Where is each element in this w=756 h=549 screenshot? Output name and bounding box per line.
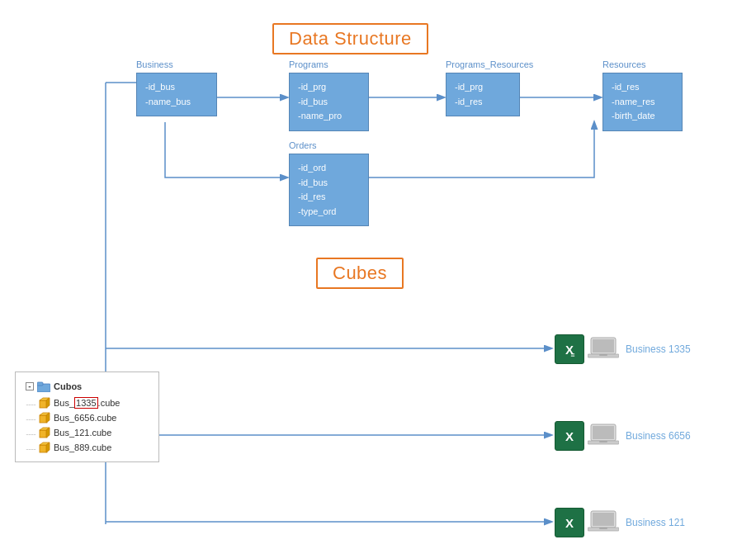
laptop-icon-3 (588, 509, 619, 536)
programs-resources-table: -id_prg -id_res (446, 73, 520, 116)
res-field-1: -id_res (612, 80, 673, 95)
file-tree-root[interactable]: - Cubos (26, 379, 149, 394)
business-table-label: Business (136, 59, 173, 71)
cube-icon-3 (39, 427, 50, 438)
cube-icon-2 (39, 412, 50, 424)
output-row-2: X Business 6656 (555, 421, 691, 451)
data-structure-title: Data Structure (272, 23, 428, 54)
output-row-3: X Business 121 (555, 508, 685, 537)
svg-rect-32 (593, 513, 614, 526)
expand-icon[interactable]: - (26, 382, 34, 390)
bus-label-1: Business 1335 (626, 343, 691, 355)
resources-table-label: Resources (602, 59, 646, 71)
tree-item-2-name: Bus_6656.cube (54, 413, 116, 423)
bus-label-3: Business 121 (626, 517, 685, 528)
res-field-3: -birth_date (612, 109, 673, 124)
ord-field-2: -id_bus (298, 176, 360, 191)
highlight-1335: 1335 (74, 397, 97, 409)
resources-table: -id_res -name_res -birth_date (602, 73, 683, 131)
svg-rect-26 (599, 354, 607, 356)
business-field-2: -name_bus (145, 95, 208, 110)
ord-field-3: -id_res (298, 190, 360, 205)
excel-icon-2: X (555, 421, 584, 451)
bus-label-2: Business 6656 (626, 430, 691, 442)
programs-field-1: -id_prg (298, 80, 360, 95)
pr-field-1: -id_prg (455, 80, 511, 95)
business-field-1: -id_bus (145, 80, 208, 95)
svg-rect-34 (599, 528, 607, 529)
main-canvas: Data Structure Business -id_bus -name_bu… (0, 0, 756, 549)
orders-table-label: Orders (289, 140, 317, 152)
programs-table: -id_prg -id_bus -name_pro (289, 73, 369, 131)
programs-table-label: Programs (289, 59, 328, 71)
tree-item-3[interactable]: ........ Bus_121.cube (26, 425, 149, 440)
dot-leader-3: ........ (26, 428, 35, 437)
file-tree-panel: - Cubos ........ Bus_1335.cube ........ (15, 372, 159, 462)
cube-icon-1 (39, 397, 50, 409)
laptop-icon-2 (588, 423, 619, 449)
business-table: -id_bus -name_bus (136, 73, 217, 116)
programs-field-3: -name_pro (298, 109, 360, 124)
laptop-icon-1 (588, 336, 619, 362)
res-field-2: -name_res (612, 95, 673, 110)
tree-item-4[interactable]: ........ Bus_889.cube (26, 440, 149, 455)
tree-item-3-name: Bus_121.cube (54, 428, 111, 438)
pr-field-2: -id_res (455, 95, 511, 110)
cube-icon-4 (39, 442, 50, 453)
output-row-1: X ≡ Business 1335 (555, 334, 691, 364)
excel-icon-3: X (555, 508, 584, 537)
svg-rect-10 (37, 382, 43, 386)
dot-leader-2: ........ (26, 414, 35, 422)
dot-leader-1: ........ (26, 399, 35, 407)
programs-field-2: -id_bus (298, 95, 360, 110)
svg-rect-28 (593, 426, 614, 439)
ord-field-1: -id_ord (298, 161, 360, 176)
svg-rect-30 (599, 441, 607, 443)
svg-rect-24 (593, 339, 614, 353)
dot-leader-4: ........ (26, 443, 35, 452)
cubes-title: Cubes (316, 258, 404, 289)
tree-item-4-name: Bus_889.cube (54, 443, 111, 452)
excel-icon-1: X ≡ (555, 334, 584, 364)
tree-root-label: Cubos (54, 381, 82, 391)
tree-item-1-name: Bus_1335.cube (54, 398, 120, 408)
tree-item-2[interactable]: ........ Bus_6656.cube (26, 410, 149, 425)
orders-table: -id_ord -id_bus -id_res -type_ord (289, 154, 369, 226)
tree-item-1[interactable]: ........ Bus_1335.cube (26, 395, 149, 410)
programs-resources-table-label: Programs_Resources (446, 59, 533, 71)
folder-icon (37, 381, 50, 392)
ord-field-4: -type_ord (298, 205, 360, 220)
